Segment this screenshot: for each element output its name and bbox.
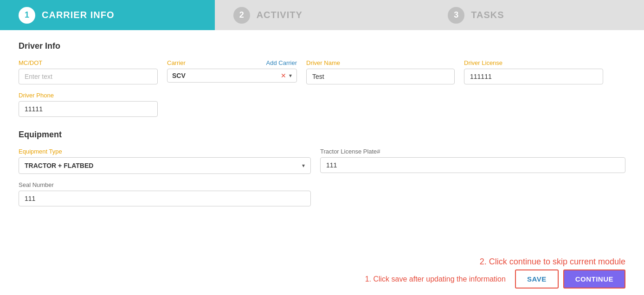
footer-bottom: 1. Click save after updating the informa… xyxy=(19,269,625,289)
carrier-label-row: Carrier Add Carrier xyxy=(167,59,297,66)
add-carrier-link[interactable]: Add Carrier xyxy=(266,59,297,66)
driver-license-group: Driver License xyxy=(464,59,603,84)
equipment-row-1: Equipment Type TRACTOR + FLATBED ▾ Tract… xyxy=(19,148,625,174)
save-button[interactable]: SAVE xyxy=(515,269,559,289)
tractor-plate-group: Tractor License Plate# xyxy=(320,148,625,173)
step-2-circle: 2 xyxy=(233,7,250,24)
tractor-plate-label: Tractor License Plate# xyxy=(320,148,625,155)
step-carrier-info[interactable]: 1 CARRIER INFO xyxy=(0,0,215,30)
equipment-type-label: Equipment Type xyxy=(19,148,311,155)
step-activity[interactable]: 2 ACTIVITY xyxy=(215,0,430,30)
carrier-dropdown-icon[interactable]: ▾ xyxy=(289,72,292,79)
equipment-section: Equipment Equipment Type TRACTOR + FLATB… xyxy=(19,130,625,206)
equipment-type-group: Equipment Type TRACTOR + FLATBED ▾ xyxy=(19,148,311,174)
carrier-value: SCV xyxy=(172,72,281,79)
step-2-label: ACTIVITY xyxy=(257,10,303,20)
equipment-type-value: TRACTOR + FLATBED xyxy=(25,162,302,169)
step-tasks[interactable]: 3 TASKS xyxy=(429,0,644,30)
driver-phone-input[interactable] xyxy=(19,101,158,117)
step-1-circle: 1 xyxy=(19,7,35,24)
equipment-type-select[interactable]: TRACTOR + FLATBED ▾ xyxy=(19,157,311,174)
stepper: 1 CARRIER INFO 2 ACTIVITY 3 TASKS xyxy=(0,0,644,30)
driver-name-input[interactable] xyxy=(306,69,455,84)
driver-license-label: Driver License xyxy=(464,59,603,66)
driver-phone-label: Driver Phone xyxy=(19,92,158,99)
seal-number-label: Seal Number xyxy=(19,181,311,188)
carrier-label: Carrier xyxy=(167,59,186,66)
mcdot-label: MC/DOT xyxy=(19,59,158,66)
equipment-dropdown-icon[interactable]: ▾ xyxy=(302,162,305,169)
driver-info-row-1: MC/DOT Carrier Add Carrier SCV ✕ ▾ Drive… xyxy=(19,59,625,84)
carrier-clear-icon[interactable]: ✕ xyxy=(281,72,286,79)
mcdot-input[interactable] xyxy=(19,69,158,84)
driver-name-group: Driver Name xyxy=(306,59,455,84)
seal-number-group: Seal Number xyxy=(19,181,311,206)
driver-info-section-title: Driver Info xyxy=(19,41,625,51)
equipment-section-title: Equipment xyxy=(19,130,625,140)
tractor-plate-input[interactable] xyxy=(320,157,625,173)
hint-text-1: 1. Click save after updating the informa… xyxy=(365,275,506,283)
driver-phone-group: Driver Phone xyxy=(19,92,158,117)
main-content: Driver Info MC/DOT Carrier Add Carrier S… xyxy=(0,30,644,295)
hint-text-2: 2. Click continue to skip current module xyxy=(19,257,625,267)
footer: 2. Click continue to skip current module… xyxy=(0,250,644,295)
driver-license-input[interactable] xyxy=(464,69,603,84)
step-1-label: CARRIER INFO xyxy=(42,10,114,20)
continue-button[interactable]: CONTINUE xyxy=(563,269,625,289)
driver-info-row-2: Driver Phone xyxy=(19,92,625,117)
carrier-select[interactable]: SCV ✕ ▾ xyxy=(167,69,297,83)
carrier-group: Carrier Add Carrier SCV ✕ ▾ xyxy=(167,59,297,83)
seal-number-input[interactable] xyxy=(19,191,311,206)
step-3-circle: 3 xyxy=(448,7,464,24)
driver-name-label: Driver Name xyxy=(306,59,455,66)
mcdot-group: MC/DOT xyxy=(19,59,158,84)
step-3-label: TASKS xyxy=(471,10,504,20)
